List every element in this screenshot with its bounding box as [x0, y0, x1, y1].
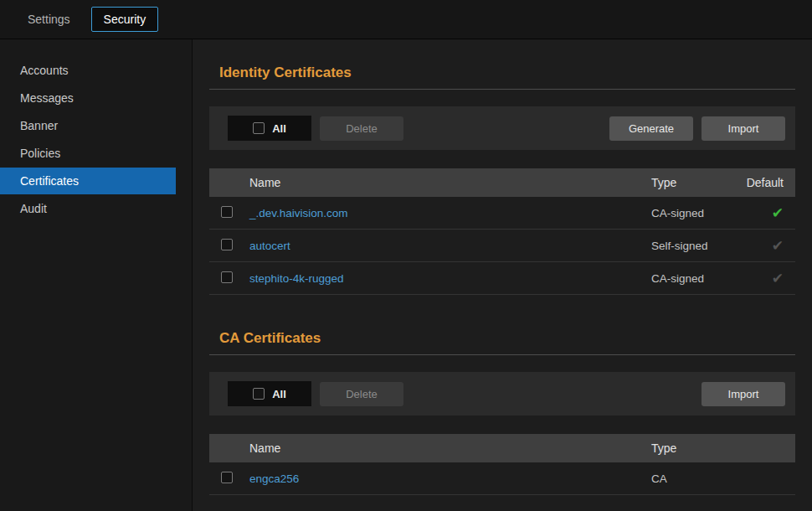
default-check-icon[interactable]: ✔	[772, 238, 784, 254]
header-default: Default	[727, 176, 795, 189]
table-header: Name Type Default	[209, 168, 795, 197]
section-divider	[209, 89, 795, 90]
identity-certificates-section: Identity Certificates All Delete Generat…	[209, 65, 795, 295]
header-name: Name	[249, 176, 651, 189]
table-row: stephito-4k-rugged CA-signed ✔	[209, 262, 795, 295]
default-check-icon[interactable]: ✔	[772, 271, 784, 286]
ca-import-button[interactable]: Import	[702, 382, 785, 406]
certificate-link[interactable]: _.dev.haivision.com	[249, 207, 651, 219]
row-checkbox[interactable]	[221, 239, 233, 250]
tab-settings[interactable]: Settings	[15, 7, 83, 32]
certificate-link[interactable]: engca256	[249, 472, 651, 485]
header-name: Name	[249, 441, 651, 455]
identity-toolbar: All Delete Generate Import	[209, 106, 795, 150]
table-row: _.dev.haivision.com CA-signed ✔	[209, 197, 795, 230]
row-checkbox[interactable]	[221, 271, 233, 283]
certificate-type: CA	[651, 472, 727, 485]
sidebar: Accounts Messages Banner Policies Certif…	[0, 39, 193, 511]
select-all-label: All	[272, 122, 286, 135]
section-gap	[209, 307, 795, 318]
identity-select-all[interactable]: All	[228, 116, 311, 141]
sidebar-item-messages[interactable]: Messages	[0, 85, 192, 111]
ca-certificates-section: CA Certificates All Delete Import Name T…	[209, 330, 795, 495]
identity-import-button[interactable]: Import	[702, 116, 785, 141]
main-content: Identity Certificates All Delete Generat…	[193, 39, 812, 511]
certificate-link[interactable]: stephito-4k-rugged	[249, 272, 651, 285]
sidebar-item-audit[interactable]: Audit	[0, 195, 192, 222]
identity-certificates-table: Name Type Default _.dev.haivision.com CA…	[209, 168, 795, 295]
certificate-link[interactable]: autocert	[249, 240, 651, 252]
select-all-checkbox[interactable]	[253, 122, 265, 134]
default-check-icon[interactable]: ✔	[772, 205, 784, 221]
sidebar-item-policies[interactable]: Policies	[0, 140, 192, 167]
tab-security[interactable]: Security	[91, 7, 159, 32]
ca-certificates-table: Name Type engca256 CA	[209, 434, 795, 495]
row-checkbox[interactable]	[221, 206, 233, 218]
sidebar-item-accounts[interactable]: Accounts	[0, 57, 192, 84]
row-checkbox[interactable]	[221, 472, 233, 483]
table-header: Name Type	[209, 434, 795, 462]
table-row: engca256 CA	[209, 462, 795, 495]
select-all-checkbox[interactable]	[253, 388, 265, 400]
sidebar-item-certificates[interactable]: Certificates	[0, 168, 176, 194]
ca-delete-button[interactable]: Delete	[320, 382, 403, 406]
certificate-type: CA-signed	[651, 207, 727, 219]
sidebar-item-banner[interactable]: Banner	[0, 112, 192, 139]
ca-section-title: CA Certificates	[219, 330, 795, 347]
header-type: Type	[651, 441, 727, 455]
certificate-type: CA-signed	[651, 272, 727, 285]
identity-generate-button[interactable]: Generate	[609, 116, 693, 141]
ca-select-all[interactable]: All	[228, 381, 311, 406]
certificate-type: Self-signed	[651, 240, 727, 252]
identity-delete-button[interactable]: Delete	[320, 116, 403, 141]
topbar: Settings Security	[0, 0, 812, 39]
header-type: Type	[651, 176, 727, 189]
ca-toolbar: All Delete Import	[209, 372, 795, 416]
table-row: autocert Self-signed ✔	[209, 230, 795, 262]
identity-section-title: Identity Certificates	[219, 65, 795, 81]
select-all-label: All	[272, 388, 286, 400]
section-divider	[209, 354, 795, 355]
